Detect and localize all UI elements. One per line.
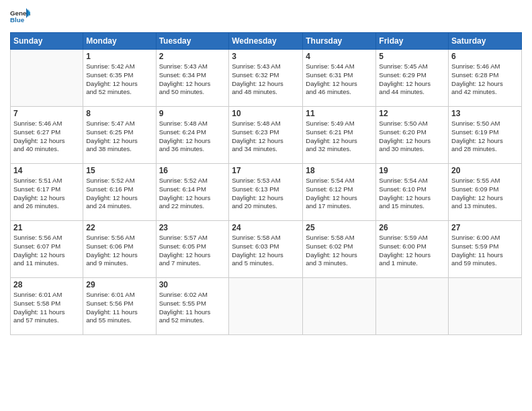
day-info: Sunrise: 5:51 AM Sunset: 6:17 PM Dayligh… xyxy=(13,177,80,211)
calendar-cell: 25Sunrise: 5:58 AM Sunset: 6:02 PM Dayli… xyxy=(303,221,376,278)
calendar-cell: 21Sunrise: 5:56 AM Sunset: 6:07 PM Dayli… xyxy=(11,221,83,278)
day-number: 18 xyxy=(306,166,373,175)
day-info: Sunrise: 5:47 AM Sunset: 6:25 PM Dayligh… xyxy=(86,120,152,154)
day-number: 8 xyxy=(86,109,152,118)
day-number: 7 xyxy=(13,109,80,118)
day-info: Sunrise: 5:56 AM Sunset: 6:06 PM Dayligh… xyxy=(86,234,152,268)
weekday-header-wednesday: Wednesday xyxy=(229,33,303,50)
day-info: Sunrise: 5:50 AM Sunset: 6:19 PM Dayligh… xyxy=(451,120,519,154)
day-number: 13 xyxy=(451,109,519,118)
day-number: 25 xyxy=(306,223,373,232)
weekday-header-friday: Friday xyxy=(376,33,449,50)
day-number: 9 xyxy=(159,109,226,118)
calendar-cell: 5Sunrise: 5:45 AM Sunset: 6:29 PM Daylig… xyxy=(376,50,449,107)
day-info: Sunrise: 5:55 AM Sunset: 6:09 PM Dayligh… xyxy=(451,177,519,211)
day-number: 30 xyxy=(159,280,226,289)
calendar-cell: 4Sunrise: 5:44 AM Sunset: 6:31 PM Daylig… xyxy=(303,50,376,107)
day-info: Sunrise: 5:57 AM Sunset: 6:05 PM Dayligh… xyxy=(159,234,226,268)
calendar-cell xyxy=(303,278,376,335)
logo: General Blue xyxy=(10,7,30,27)
day-info: Sunrise: 5:53 AM Sunset: 6:13 PM Dayligh… xyxy=(232,177,300,211)
calendar-cell: 10Sunrise: 5:48 AM Sunset: 6:23 PM Dayli… xyxy=(229,107,303,164)
day-number: 4 xyxy=(306,52,373,61)
calendar-cell: 9Sunrise: 5:48 AM Sunset: 6:24 PM Daylig… xyxy=(156,107,229,164)
day-number: 24 xyxy=(232,223,300,232)
weekday-header-saturday: Saturday xyxy=(449,33,522,50)
day-info: Sunrise: 5:44 AM Sunset: 6:31 PM Dayligh… xyxy=(306,62,373,97)
day-number: 11 xyxy=(306,109,373,118)
day-info: Sunrise: 5:54 AM Sunset: 6:12 PM Dayligh… xyxy=(306,177,373,211)
day-info: Sunrise: 5:48 AM Sunset: 6:24 PM Dayligh… xyxy=(159,120,226,154)
svg-text:Blue: Blue xyxy=(10,16,25,24)
calendar-cell: 29Sunrise: 6:01 AM Sunset: 5:56 PM Dayli… xyxy=(83,278,156,335)
day-number: 26 xyxy=(379,223,445,232)
calendar-cell: 11Sunrise: 5:49 AM Sunset: 6:21 PM Dayli… xyxy=(303,107,376,164)
day-number: 16 xyxy=(159,166,226,175)
calendar-cell: 22Sunrise: 5:56 AM Sunset: 6:06 PM Dayli… xyxy=(83,221,156,278)
day-number: 29 xyxy=(86,280,152,289)
day-info: Sunrise: 5:49 AM Sunset: 6:21 PM Dayligh… xyxy=(306,120,373,154)
weekday-header-tuesday: Tuesday xyxy=(156,33,229,50)
calendar-cell xyxy=(376,278,449,335)
day-info: Sunrise: 5:58 AM Sunset: 6:02 PM Dayligh… xyxy=(306,234,373,268)
calendar-cell: 19Sunrise: 5:54 AM Sunset: 6:10 PM Dayli… xyxy=(376,164,449,221)
week-row-3: 21Sunrise: 5:56 AM Sunset: 6:07 PM Dayli… xyxy=(11,221,522,278)
day-number: 15 xyxy=(86,166,152,175)
calendar-cell: 2Sunrise: 5:43 AM Sunset: 6:34 PM Daylig… xyxy=(156,50,229,107)
day-number: 5 xyxy=(379,52,445,61)
calendar-cell: 15Sunrise: 5:52 AM Sunset: 6:16 PM Dayli… xyxy=(83,164,156,221)
calendar-cell: 13Sunrise: 5:50 AM Sunset: 6:19 PM Dayli… xyxy=(449,107,522,164)
day-info: Sunrise: 5:46 AM Sunset: 6:27 PM Dayligh… xyxy=(13,120,80,154)
calendar-cell: 3Sunrise: 5:43 AM Sunset: 6:32 PM Daylig… xyxy=(229,50,303,107)
day-info: Sunrise: 5:56 AM Sunset: 6:07 PM Dayligh… xyxy=(13,234,80,268)
day-info: Sunrise: 5:50 AM Sunset: 6:20 PM Dayligh… xyxy=(379,120,445,154)
day-info: Sunrise: 5:46 AM Sunset: 6:28 PM Dayligh… xyxy=(451,62,519,97)
day-number: 20 xyxy=(451,166,519,175)
day-number: 17 xyxy=(232,166,300,175)
day-info: Sunrise: 6:01 AM Sunset: 5:58 PM Dayligh… xyxy=(13,291,80,325)
weekday-header-monday: Monday xyxy=(83,33,156,50)
calendar-cell: 12Sunrise: 5:50 AM Sunset: 6:20 PM Dayli… xyxy=(376,107,449,164)
day-number: 2 xyxy=(159,52,226,61)
calendar-cell xyxy=(229,278,303,335)
day-number: 6 xyxy=(451,52,519,61)
calendar-cell: 16Sunrise: 5:52 AM Sunset: 6:14 PM Dayli… xyxy=(156,164,229,221)
day-info: Sunrise: 5:45 AM Sunset: 6:29 PM Dayligh… xyxy=(379,62,445,97)
calendar-cell: 17Sunrise: 5:53 AM Sunset: 6:13 PM Dayli… xyxy=(229,164,303,221)
weekday-header-sunday: Sunday xyxy=(11,33,83,50)
calendar: SundayMondayTuesdayWednesdayThursdayFrid… xyxy=(10,32,522,335)
day-info: Sunrise: 6:01 AM Sunset: 5:56 PM Dayligh… xyxy=(86,291,152,325)
calendar-cell xyxy=(11,50,83,107)
day-info: Sunrise: 5:48 AM Sunset: 6:23 PM Dayligh… xyxy=(232,120,300,154)
week-row-0: 1Sunrise: 5:42 AM Sunset: 6:35 PM Daylig… xyxy=(11,50,522,107)
logo-icon: General Blue xyxy=(10,7,30,27)
calendar-cell xyxy=(449,278,522,335)
week-row-2: 14Sunrise: 5:51 AM Sunset: 6:17 PM Dayli… xyxy=(11,164,522,221)
day-number: 3 xyxy=(232,52,300,61)
calendar-cell: 7Sunrise: 5:46 AM Sunset: 6:27 PM Daylig… xyxy=(11,107,83,164)
calendar-cell: 30Sunrise: 6:02 AM Sunset: 5:55 PM Dayli… xyxy=(156,278,229,335)
page: General Blue SundayMondayTuesdayWednesda… xyxy=(0,0,532,411)
week-row-4: 28Sunrise: 6:01 AM Sunset: 5:58 PM Dayli… xyxy=(11,278,522,335)
day-info: Sunrise: 5:52 AM Sunset: 6:14 PM Dayligh… xyxy=(159,177,226,211)
day-number: 28 xyxy=(13,280,80,289)
day-info: Sunrise: 5:42 AM Sunset: 6:35 PM Dayligh… xyxy=(86,62,152,97)
day-info: Sunrise: 5:43 AM Sunset: 6:34 PM Dayligh… xyxy=(159,62,226,97)
day-info: Sunrise: 6:00 AM Sunset: 5:59 PM Dayligh… xyxy=(451,234,519,268)
day-info: Sunrise: 5:59 AM Sunset: 6:00 PM Dayligh… xyxy=(379,234,445,268)
day-number: 22 xyxy=(86,223,152,232)
calendar-cell: 27Sunrise: 6:00 AM Sunset: 5:59 PM Dayli… xyxy=(449,221,522,278)
day-info: Sunrise: 5:54 AM Sunset: 6:10 PM Dayligh… xyxy=(379,177,445,211)
week-row-1: 7Sunrise: 5:46 AM Sunset: 6:27 PM Daylig… xyxy=(11,107,522,164)
day-number: 14 xyxy=(13,166,80,175)
day-info: Sunrise: 5:52 AM Sunset: 6:16 PM Dayligh… xyxy=(86,177,152,211)
calendar-cell: 20Sunrise: 5:55 AM Sunset: 6:09 PM Dayli… xyxy=(449,164,522,221)
day-number: 12 xyxy=(379,109,445,118)
weekday-header-row: SundayMondayTuesdayWednesdayThursdayFrid… xyxy=(11,33,522,50)
day-number: 1 xyxy=(86,52,152,61)
day-number: 10 xyxy=(232,109,300,118)
day-number: 21 xyxy=(13,223,80,232)
calendar-cell: 23Sunrise: 5:57 AM Sunset: 6:05 PM Dayli… xyxy=(156,221,229,278)
day-info: Sunrise: 5:43 AM Sunset: 6:32 PM Dayligh… xyxy=(232,62,300,97)
day-number: 19 xyxy=(379,166,445,175)
